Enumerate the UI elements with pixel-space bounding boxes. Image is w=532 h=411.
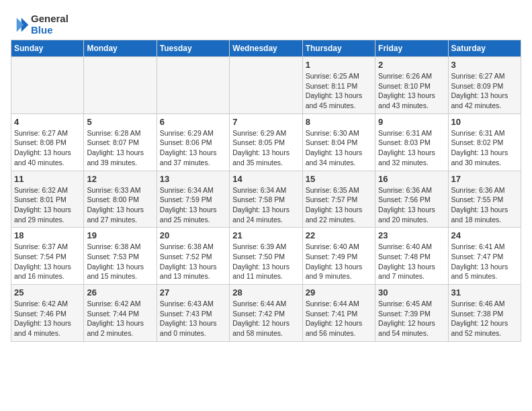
calendar-cell: 4Sunrise: 6:27 AM Sunset: 8:08 PM Daylig… <box>11 113 84 171</box>
day-number: 23 <box>378 230 445 240</box>
calendar-cell: 28Sunrise: 6:44 AM Sunset: 7:42 PM Dayli… <box>230 285 302 342</box>
day-number: 24 <box>451 230 518 240</box>
calendar-cell: 17Sunrise: 6:36 AM Sunset: 7:55 PM Dayli… <box>448 171 521 228</box>
day-info: Sunrise: 6:43 AM Sunset: 7:43 PM Dayligh… <box>160 299 226 338</box>
calendar-day-header: Thursday <box>302 40 375 57</box>
calendar-cell: 21Sunrise: 6:39 AM Sunset: 7:50 PM Dayli… <box>230 228 302 285</box>
day-info: Sunrise: 6:29 AM Sunset: 8:05 PM Dayligh… <box>232 128 299 168</box>
day-info: Sunrise: 6:41 AM Sunset: 7:47 PM Dayligh… <box>451 242 518 281</box>
page-header: General Blue <box>11 11 521 36</box>
calendar-cell: 18Sunrise: 6:37 AM Sunset: 7:54 PM Dayli… <box>11 228 84 285</box>
calendar-cell: 11Sunrise: 6:32 AM Sunset: 8:01 PM Dayli… <box>11 171 84 228</box>
day-number: 16 <box>378 174 445 184</box>
day-number: 5 <box>87 117 153 127</box>
day-info: Sunrise: 6:39 AM Sunset: 7:50 PM Dayligh… <box>232 242 299 281</box>
calendar-cell: 13Sunrise: 6:34 AM Sunset: 7:59 PM Dayli… <box>157 171 229 228</box>
day-number: 12 <box>87 174 153 184</box>
calendar-cell <box>11 57 84 114</box>
day-number: 6 <box>160 117 226 127</box>
day-number: 26 <box>87 287 153 298</box>
calendar-header-row: SundayMondayTuesdayWednesdayThursdayFrid… <box>11 40 521 57</box>
calendar-day-header: Friday <box>375 40 448 57</box>
calendar-cell: 14Sunrise: 6:34 AM Sunset: 7:58 PM Dayli… <box>230 171 302 228</box>
day-number: 19 <box>87 230 153 240</box>
calendar-cell: 15Sunrise: 6:35 AM Sunset: 7:57 PM Dayli… <box>302 171 375 228</box>
logo-icon <box>11 15 30 34</box>
day-info: Sunrise: 6:26 AM Sunset: 8:10 PM Dayligh… <box>378 71 445 111</box>
day-info: Sunrise: 6:32 AM Sunset: 8:01 PM Dayligh… <box>14 185 81 225</box>
calendar-week-row: 4Sunrise: 6:27 AM Sunset: 8:08 PM Daylig… <box>11 113 521 171</box>
day-info: Sunrise: 6:27 AM Sunset: 8:08 PM Dayligh… <box>14 128 81 168</box>
day-number: 30 <box>378 287 445 298</box>
calendar-day-header: Wednesday <box>230 40 302 57</box>
calendar-cell <box>84 57 157 114</box>
day-number: 2 <box>378 60 445 70</box>
day-number: 27 <box>160 287 226 298</box>
calendar-day-header: Sunday <box>11 40 84 57</box>
calendar-cell: 20Sunrise: 6:38 AM Sunset: 7:52 PM Dayli… <box>157 228 229 285</box>
day-info: Sunrise: 6:44 AM Sunset: 7:42 PM Dayligh… <box>232 299 299 338</box>
day-info: Sunrise: 6:42 AM Sunset: 7:44 PM Dayligh… <box>87 299 153 338</box>
logo: General Blue <box>11 13 69 36</box>
day-number: 25 <box>14 287 81 298</box>
calendar-week-row: 11Sunrise: 6:32 AM Sunset: 8:01 PM Dayli… <box>11 171 521 228</box>
calendar-cell: 25Sunrise: 6:42 AM Sunset: 7:46 PM Dayli… <box>11 285 84 342</box>
calendar-cell: 24Sunrise: 6:41 AM Sunset: 7:47 PM Dayli… <box>448 228 521 285</box>
calendar-cell: 26Sunrise: 6:42 AM Sunset: 7:44 PM Dayli… <box>84 285 157 342</box>
day-number: 22 <box>306 230 372 240</box>
day-info: Sunrise: 6:28 AM Sunset: 8:07 PM Dayligh… <box>87 128 153 168</box>
calendar-cell: 9Sunrise: 6:31 AM Sunset: 8:03 PM Daylig… <box>375 113 448 171</box>
day-number: 21 <box>232 230 299 240</box>
day-info: Sunrise: 6:34 AM Sunset: 7:58 PM Dayligh… <box>232 185 299 225</box>
calendar-cell: 2Sunrise: 6:26 AM Sunset: 8:10 PM Daylig… <box>375 57 448 114</box>
day-info: Sunrise: 6:40 AM Sunset: 7:49 PM Dayligh… <box>306 242 372 281</box>
calendar-day-header: Tuesday <box>157 40 229 57</box>
calendar-cell: 31Sunrise: 6:46 AM Sunset: 7:38 PM Dayli… <box>448 285 521 342</box>
calendar-table: SundayMondayTuesdayWednesdayThursdayFrid… <box>11 40 521 342</box>
day-number: 13 <box>160 174 226 184</box>
day-number: 4 <box>14 117 81 127</box>
calendar-week-row: 25Sunrise: 6:42 AM Sunset: 7:46 PM Dayli… <box>11 285 521 342</box>
calendar-cell: 30Sunrise: 6:45 AM Sunset: 7:39 PM Dayli… <box>375 285 448 342</box>
day-number: 28 <box>232 287 299 298</box>
day-info: Sunrise: 6:25 AM Sunset: 8:11 PM Dayligh… <box>306 71 372 111</box>
day-info: Sunrise: 6:35 AM Sunset: 7:57 PM Dayligh… <box>306 185 372 225</box>
calendar-week-row: 18Sunrise: 6:37 AM Sunset: 7:54 PM Dayli… <box>11 228 521 285</box>
calendar-day-header: Monday <box>84 40 157 57</box>
day-number: 1 <box>306 60 372 70</box>
day-number: 31 <box>451 287 518 298</box>
calendar-cell: 7Sunrise: 6:29 AM Sunset: 8:05 PM Daylig… <box>230 113 302 171</box>
calendar-cell: 8Sunrise: 6:30 AM Sunset: 8:04 PM Daylig… <box>302 113 375 171</box>
day-info: Sunrise: 6:33 AM Sunset: 8:00 PM Dayligh… <box>87 185 153 225</box>
day-number: 10 <box>451 117 518 127</box>
day-number: 3 <box>451 60 518 70</box>
day-info: Sunrise: 6:38 AM Sunset: 7:53 PM Dayligh… <box>87 242 153 281</box>
calendar-cell: 27Sunrise: 6:43 AM Sunset: 7:43 PM Dayli… <box>157 285 229 342</box>
day-number: 8 <box>306 117 372 127</box>
day-number: 29 <box>306 287 372 298</box>
calendar-cell: 6Sunrise: 6:29 AM Sunset: 8:06 PM Daylig… <box>157 113 229 171</box>
calendar-cell: 10Sunrise: 6:31 AM Sunset: 8:02 PM Dayli… <box>448 113 521 171</box>
day-number: 15 <box>306 174 372 184</box>
day-info: Sunrise: 6:36 AM Sunset: 7:55 PM Dayligh… <box>451 185 518 225</box>
calendar-cell: 29Sunrise: 6:44 AM Sunset: 7:41 PM Dayli… <box>302 285 375 342</box>
day-number: 20 <box>160 230 226 240</box>
calendar-cell: 22Sunrise: 6:40 AM Sunset: 7:49 PM Dayli… <box>302 228 375 285</box>
day-info: Sunrise: 6:37 AM Sunset: 7:54 PM Dayligh… <box>14 242 81 281</box>
calendar-cell <box>157 57 229 114</box>
day-number: 9 <box>378 117 445 127</box>
day-info: Sunrise: 6:31 AM Sunset: 8:02 PM Dayligh… <box>451 128 518 168</box>
day-info: Sunrise: 6:27 AM Sunset: 8:09 PM Dayligh… <box>451 71 518 111</box>
calendar-cell: 1Sunrise: 6:25 AM Sunset: 8:11 PM Daylig… <box>302 57 375 114</box>
day-number: 18 <box>14 230 81 240</box>
day-info: Sunrise: 6:46 AM Sunset: 7:38 PM Dayligh… <box>451 299 518 338</box>
day-number: 17 <box>451 174 518 184</box>
day-info: Sunrise: 6:34 AM Sunset: 7:59 PM Dayligh… <box>160 185 226 225</box>
calendar-day-header: Saturday <box>448 40 521 57</box>
day-number: 7 <box>232 117 299 127</box>
day-info: Sunrise: 6:40 AM Sunset: 7:48 PM Dayligh… <box>378 242 445 281</box>
logo-text: General Blue <box>31 13 69 36</box>
calendar-cell: 12Sunrise: 6:33 AM Sunset: 8:00 PM Dayli… <box>84 171 157 228</box>
calendar-cell: 19Sunrise: 6:38 AM Sunset: 7:53 PM Dayli… <box>84 228 157 285</box>
day-info: Sunrise: 6:31 AM Sunset: 8:03 PM Dayligh… <box>378 128 445 168</box>
